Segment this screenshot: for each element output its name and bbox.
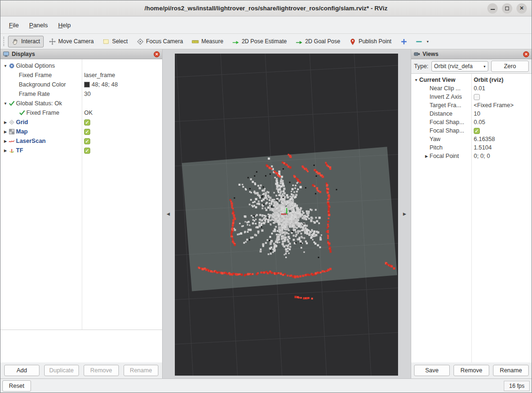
expander-closed-icon[interactable]: ▶ — [2, 139, 8, 143]
tool-goal-pose[interactable]: 2D Goal Pose — [292, 36, 344, 47]
tool-move-camera[interactable]: Move Camera — [45, 36, 97, 47]
tree-row-global-options[interactable]: ▼Global Options — [0, 61, 162, 71]
property-value: 0.05 — [471, 119, 532, 126]
expander-closed-icon[interactable]: ▶ — [2, 149, 8, 153]
tool-label: 2D Pose Estimate — [242, 38, 287, 45]
tree-row-fixed-frame[interactable]: Fixed Framelaser_frame — [0, 71, 162, 80]
value-text[interactable]: 10 — [474, 110, 480, 117]
tree-row-background-color[interactable]: Background Color48; 48; 48 — [0, 80, 162, 89]
value-text[interactable]: 48; 48; 48 — [92, 81, 118, 88]
checkbox-checked[interactable]: ✓ — [84, 119, 90, 126]
tool-focus-camera[interactable]: Focus Camera — [133, 36, 187, 47]
value-text[interactable]: <Fixed Frame> — [474, 102, 514, 109]
tool-measure[interactable]: Measure — [188, 36, 227, 47]
menu-help[interactable]: Help — [54, 19, 76, 31]
displays-duplicate-button[interactable]: Duplicate — [44, 365, 79, 376]
displays-panel-header[interactable]: Displays ✕ — [0, 49, 162, 59]
value-text[interactable]: 0; 0; 0 — [474, 153, 490, 159]
expander-closed-icon[interactable]: ▶ — [2, 120, 8, 125]
tool-interact[interactable]: Interact — [8, 36, 44, 47]
tree-row-fixed-frame[interactable]: Fixed FrameOK — [0, 108, 162, 118]
tree-row-map[interactable]: ▶Map✓ — [0, 127, 162, 136]
checkbox-unchecked[interactable] — [474, 94, 480, 100]
property-value: <Fixed Frame> — [471, 102, 532, 109]
value-text[interactable]: 30 — [84, 91, 91, 97]
checkbox-checked[interactable]: ✓ — [84, 138, 90, 144]
expander-open-icon[interactable]: ▼ — [2, 102, 8, 106]
value-text[interactable]: 6.16358 — [474, 136, 495, 142]
displays-panel-icon — [3, 51, 9, 57]
value-text[interactable]: laser_frame — [84, 72, 115, 79]
checkbox-checked[interactable]: ✓ — [84, 148, 90, 154]
displays-panel-close-icon[interactable]: ✕ — [154, 51, 160, 57]
check-icon — [19, 110, 26, 116]
property-label: Fixed Frame — [19, 72, 52, 79]
minimize-button[interactable] — [487, 3, 498, 14]
value-text[interactable]: OK — [84, 110, 93, 116]
goal-arrow-icon — [296, 38, 303, 45]
views-save-button[interactable]: Save — [414, 365, 450, 376]
toolbar-tools: InteractMove CameraSelectFocus CameraMea… — [8, 36, 425, 47]
plus-icon — [400, 38, 407, 45]
views-buttons-row: SaveRemoveRename — [411, 362, 532, 378]
collapse-left-arrow[interactable]: ◀ — [164, 208, 172, 220]
checkbox-checked[interactable]: ✓ — [474, 128, 480, 134]
collapse-right-arrow[interactable]: ▶ — [401, 208, 408, 220]
expander-open-icon[interactable]: ▼ — [413, 78, 419, 82]
displays-remove-button[interactable]: Remove — [84, 365, 119, 376]
tool-publish-point[interactable]: Publish Point — [345, 36, 395, 47]
checkbox-checked[interactable]: ✓ — [84, 129, 90, 135]
reset-button[interactable]: Reset — [2, 380, 31, 392]
expander-closed-icon[interactable]: ▶ — [423, 154, 430, 158]
tree-row-grid[interactable]: ▶Grid✓ — [0, 118, 162, 127]
tool-label: Focus Camera — [146, 38, 183, 45]
value-text[interactable]: 1.5104 — [474, 144, 492, 151]
view-type-label: Type: — [414, 63, 429, 70]
view-type-dropdown[interactable]: Orbit (rviz_defa ▾ — [431, 61, 488, 71]
displays-add-button[interactable]: Add — [4, 365, 39, 376]
property-value: ✓ — [82, 129, 162, 135]
tool-select[interactable]: Select — [99, 36, 131, 47]
tree-row-frame-rate[interactable]: Frame Rate30 — [0, 89, 162, 99]
tool-pose-estimate[interactable]: 2D Pose Estimate — [228, 36, 290, 47]
views-tree: ▼Current ViewOrbit (rviz)Near Clip ...0.… — [411, 73, 532, 362]
expander-open-icon[interactable]: ▼ — [2, 64, 8, 68]
expander-closed-icon[interactable]: ▶ — [2, 130, 8, 134]
tool-remove-tool[interactable] — [413, 36, 425, 47]
displays-buttons-row: AddDuplicateRemoveRename — [0, 362, 162, 378]
value-text[interactable]: 0.05 — [474, 119, 485, 126]
views-panel-close-icon[interactable]: ✕ — [523, 51, 529, 57]
zero-button[interactable]: Zero — [491, 61, 529, 72]
tree-row-laserscan[interactable]: ▶LaserScan✓ — [0, 136, 162, 146]
titlebar[interactable]: /home/pi/ros2_ws/install/lightrover_ros/… — [0, 0, 532, 16]
maximize-button[interactable] — [502, 3, 512, 14]
tree-row-tf[interactable]: ▶TF✓ — [0, 146, 162, 155]
views-panel-header[interactable]: Views ✕ — [411, 49, 532, 59]
property-label: Grid — [16, 119, 28, 126]
menu-file[interactable]: File — [4, 19, 23, 31]
tool-add-tool[interactable] — [398, 36, 410, 47]
property-label: Focal Point — [430, 153, 459, 159]
menubar: FilePanelsHelp — [0, 16, 532, 33]
color-swatch[interactable] — [84, 82, 90, 87]
value-text[interactable]: Orbit (rviz) — [474, 77, 503, 83]
menu-panels[interactable]: Panels — [24, 19, 53, 31]
rviz-window: /home/pi/ros2_ws/install/lightrover_ros/… — [0, 0, 532, 393]
toolbar-drag-handle[interactable] — [3, 37, 6, 46]
3d-viewport[interactable] — [175, 54, 398, 376]
close-button[interactable]: ✕ — [516, 3, 527, 14]
displays-panel-title: Displays — [12, 51, 35, 57]
views-remove-button[interactable]: Remove — [454, 365, 489, 376]
toolbar-overflow-chevron-down-icon[interactable]: ▾ — [425, 39, 430, 45]
column-resize-divider[interactable] — [82, 59, 82, 330]
displays-rename-button[interactable]: Rename — [124, 365, 159, 376]
laserscan-icon — [8, 138, 16, 144]
property-value: Orbit (rviz) — [471, 77, 532, 83]
value-text[interactable]: 0.01 — [474, 85, 485, 92]
viewport-area[interactable]: ◀ ▶ — [163, 49, 411, 378]
tree-row-global-status-ok[interactable]: ▼Global Status: Ok — [0, 99, 162, 108]
property-value: 6.16358 — [471, 136, 532, 142]
views-rename-button[interactable]: Rename — [493, 365, 529, 376]
property-value: ✓ — [82, 119, 162, 126]
column-resize-divider[interactable] — [471, 74, 472, 362]
